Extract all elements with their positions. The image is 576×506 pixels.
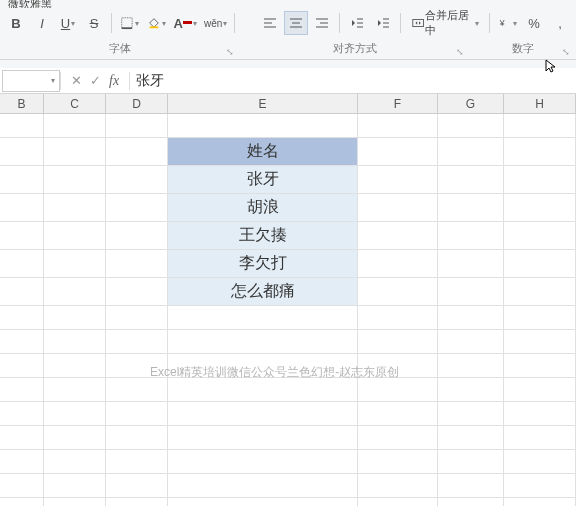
cell[interactable] xyxy=(106,426,168,450)
cell[interactable] xyxy=(438,378,504,402)
cell[interactable] xyxy=(106,330,168,354)
cell[interactable] xyxy=(438,138,504,166)
cell[interactable]: 张牙 xyxy=(168,166,358,194)
cell[interactable] xyxy=(168,450,358,474)
cell[interactable] xyxy=(0,166,44,194)
cell[interactable] xyxy=(504,250,576,278)
cell[interactable] xyxy=(168,498,358,506)
phonetic-button[interactable]: wěn▾ xyxy=(202,11,229,35)
cell[interactable] xyxy=(44,194,106,222)
cancel-button[interactable]: ✕ xyxy=(71,73,82,88)
cell[interactable] xyxy=(0,378,44,402)
cell[interactable] xyxy=(44,402,106,426)
cell[interactable]: 姓名 xyxy=(168,138,358,166)
cell[interactable] xyxy=(44,114,106,138)
cell[interactable] xyxy=(106,114,168,138)
cell[interactable] xyxy=(168,330,358,354)
font-dialog-launcher[interactable]: ⤡ xyxy=(226,47,234,57)
cell[interactable] xyxy=(0,402,44,426)
cell[interactable] xyxy=(438,114,504,138)
cell[interactable] xyxy=(0,138,44,166)
col-header-E[interactable]: E xyxy=(168,94,358,113)
cell[interactable] xyxy=(358,250,438,278)
cell[interactable] xyxy=(44,250,106,278)
cell[interactable] xyxy=(106,166,168,194)
cell[interactable] xyxy=(44,306,106,330)
cell[interactable] xyxy=(438,402,504,426)
cell[interactable] xyxy=(168,378,358,402)
cell[interactable] xyxy=(358,426,438,450)
percent-button[interactable]: % xyxy=(522,11,546,35)
cell[interactable] xyxy=(358,498,438,506)
cell[interactable] xyxy=(504,306,576,330)
cell[interactable] xyxy=(106,354,168,378)
merge-center-button[interactable]: 合并后居中 ▾ xyxy=(406,11,484,35)
cell[interactable]: 李欠打 xyxy=(168,250,358,278)
cell[interactable] xyxy=(438,426,504,450)
cell[interactable] xyxy=(438,194,504,222)
cell[interactable] xyxy=(504,330,576,354)
cell[interactable] xyxy=(0,498,44,506)
number-dialog-launcher[interactable]: ⤡ xyxy=(562,47,570,57)
cell[interactable] xyxy=(504,378,576,402)
cell[interactable] xyxy=(168,114,358,138)
align-dialog-launcher[interactable]: ⤡ xyxy=(456,47,464,57)
font-color-button[interactable]: A ▾ xyxy=(171,11,201,35)
cell[interactable] xyxy=(358,330,438,354)
cell[interactable] xyxy=(168,426,358,450)
cell[interactable] xyxy=(44,378,106,402)
cell[interactable] xyxy=(44,222,106,250)
cell[interactable] xyxy=(0,222,44,250)
cell[interactable] xyxy=(0,354,44,378)
strikethrough-button[interactable]: S xyxy=(82,11,106,35)
cell[interactable] xyxy=(504,498,576,506)
confirm-button[interactable]: ✓ xyxy=(90,73,101,88)
cell[interactable] xyxy=(438,278,504,306)
bold-button[interactable]: B xyxy=(4,11,28,35)
number-format-button[interactable]: ¥ ▾ xyxy=(495,11,520,35)
cell[interactable] xyxy=(0,450,44,474)
cell[interactable] xyxy=(358,306,438,330)
cell[interactable] xyxy=(0,194,44,222)
cell[interactable] xyxy=(106,474,168,498)
cell[interactable] xyxy=(438,498,504,506)
grid[interactable]: 姓名张牙胡浪王欠揍李欠打怎么都痛 xyxy=(0,114,576,506)
cell[interactable] xyxy=(358,166,438,194)
cell[interactable] xyxy=(504,474,576,498)
cell[interactable] xyxy=(44,498,106,506)
cell[interactable] xyxy=(168,474,358,498)
cell[interactable] xyxy=(358,474,438,498)
cell[interactable] xyxy=(106,194,168,222)
cell[interactable] xyxy=(504,222,576,250)
cell[interactable] xyxy=(504,354,576,378)
cell[interactable] xyxy=(438,222,504,250)
cell[interactable] xyxy=(358,378,438,402)
cell[interactable] xyxy=(0,250,44,278)
underline-button[interactable]: U▾ xyxy=(56,11,80,35)
italic-button[interactable]: I xyxy=(30,11,54,35)
cell[interactable] xyxy=(438,330,504,354)
cell[interactable] xyxy=(106,402,168,426)
cell[interactable] xyxy=(0,114,44,138)
cell[interactable] xyxy=(106,498,168,506)
cell[interactable] xyxy=(106,222,168,250)
cell[interactable] xyxy=(44,450,106,474)
cell[interactable] xyxy=(504,194,576,222)
cell[interactable] xyxy=(106,278,168,306)
cell[interactable] xyxy=(0,278,44,306)
col-header-G[interactable]: G xyxy=(438,94,504,113)
cell[interactable] xyxy=(106,306,168,330)
cell[interactable] xyxy=(504,278,576,306)
col-header-B[interactable]: B xyxy=(0,94,44,113)
name-box[interactable]: ▾ xyxy=(2,70,60,92)
cell[interactable] xyxy=(168,306,358,330)
cell[interactable] xyxy=(44,138,106,166)
decrease-indent-button[interactable] xyxy=(345,11,369,35)
fx-button[interactable]: fx xyxy=(109,73,119,89)
cell[interactable] xyxy=(504,426,576,450)
cell[interactable] xyxy=(0,330,44,354)
cell[interactable] xyxy=(44,330,106,354)
cell[interactable] xyxy=(504,450,576,474)
formula-input[interactable] xyxy=(130,69,576,93)
cell[interactable]: 王欠揍 xyxy=(168,222,358,250)
